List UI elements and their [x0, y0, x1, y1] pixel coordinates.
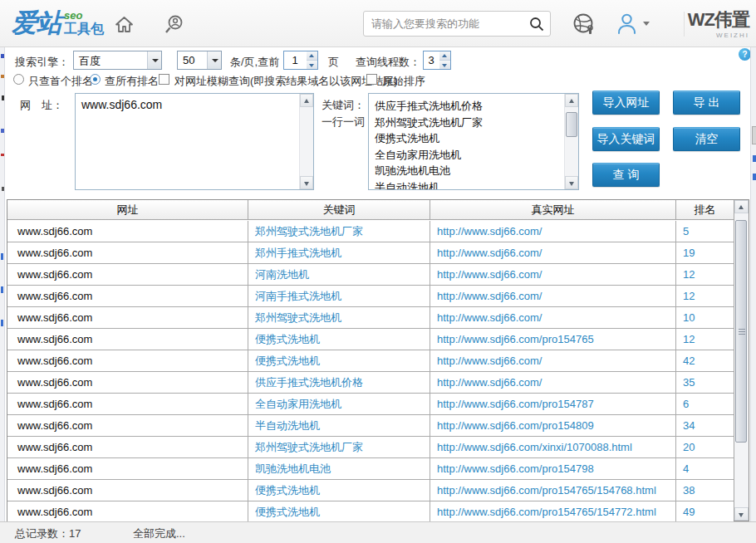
search-engine-value: 百度: [79, 54, 101, 69]
scroll-up-icon[interactable]: [734, 200, 749, 213]
cell-site: www.sdj66.com: [7, 350, 248, 371]
clear-button[interactable]: 清空: [673, 127, 740, 151]
weizhi-logo: WZ伟置 WEIZHI: [688, 10, 749, 42]
cell-site: www.sdj66.com: [7, 437, 248, 457]
table-row[interactable]: www.sdj66.com凯驰洗地机电池http://www.sdj66.com…: [7, 458, 734, 480]
export-button[interactable]: 导 出: [673, 90, 740, 115]
chevron-down-icon[interactable]: [147, 51, 161, 69]
cell-keyword: 河南洗地机: [248, 264, 430, 285]
edge-artifact: [1, 129, 4, 133]
keywords-textarea[interactable]: [369, 94, 564, 189]
network-tools-icon[interactable]: [572, 12, 596, 39]
user-account-icon[interactable]: [616, 12, 637, 37]
per-page-value: 50: [183, 54, 194, 66]
search-engine-select[interactable]: 百度: [73, 51, 162, 70]
cell-url[interactable]: http://www.sdj66.com/: [430, 264, 676, 285]
function-search-input[interactable]: [371, 12, 525, 36]
table-row[interactable]: www.sdj66.com郑州驾驶式洗地机厂家http://www.sdj66.…: [7, 221, 734, 242]
cell-url[interactable]: http://www.sdj66.com/pro154765/154768.ht…: [430, 480, 676, 501]
edge-artifact: [753, 174, 756, 180]
table-row[interactable]: www.sdj66.com便携式洗地机http://www.sdj66.com/…: [7, 350, 734, 372]
cell-rank: 5: [676, 221, 734, 242]
search-icon[interactable]: [529, 17, 544, 34]
cell-keyword: 供应手推式洗地机价格: [248, 372, 430, 393]
cell-keyword: 全自动家用洗地机: [248, 394, 430, 414]
column-header-rank[interactable]: 排名: [676, 200, 734, 219]
scrollbar-thumb[interactable]: [566, 112, 577, 137]
original-order-label[interactable]: 原始排序: [382, 74, 425, 89]
cell-url[interactable]: http://www.sdj66.com/pro154765/154772.ht…: [430, 501, 676, 522]
cell-url[interactable]: http://www.sdj66.com/pro154798: [430, 458, 676, 479]
left-screen-edge: [0, 47, 5, 521]
pages-stepper[interactable]: 1: [283, 51, 318, 70]
edge-artifact: [1, 154, 4, 156]
scroll-down-icon[interactable]: [300, 176, 313, 189]
status-message: 全部完成...: [133, 526, 185, 541]
scroll-down-icon[interactable]: [734, 507, 749, 521]
table-body: www.sdj66.com郑州驾驶式洗地机厂家http://www.sdj66.…: [7, 221, 734, 523]
total-records-label: 总记录数：17: [15, 526, 81, 541]
table-row[interactable]: www.sdj66.com郑州驾驶式洗地机http://www.sdj66.co…: [7, 307, 734, 329]
table-row[interactable]: www.sdj66.com全自动家用洗地机http://www.sdj66.co…: [7, 394, 734, 415]
scroll-up-icon[interactable]: [300, 94, 313, 107]
cell-url[interactable]: http://www.sdj66.com/: [430, 350, 676, 371]
keywords-textarea-scrollbar[interactable]: [564, 94, 578, 189]
table-row[interactable]: www.sdj66.com河南手推式洗地机http://www.sdj66.co…: [7, 286, 734, 307]
fuzzy-query-label[interactable]: 对网址模糊查询(即搜索结果域名以该网址结尾): [174, 74, 398, 89]
table-row[interactable]: www.sdj66.com便携式洗地机http://www.sdj66.com/…: [7, 501, 734, 523]
url-textarea-scrollbar[interactable]: [299, 94, 313, 189]
column-header-site[interactable]: 网址: [7, 200, 248, 219]
scroll-up-icon[interactable]: [565, 94, 578, 107]
cell-url[interactable]: http://www.sdj66.com/: [430, 286, 676, 306]
cell-rank: 49: [676, 501, 734, 522]
table-header-row: 网址 关键词 真实网址 排名: [7, 200, 734, 220]
table-scrollbar[interactable]: [734, 200, 749, 521]
spinner-down-icon[interactable]: [307, 61, 317, 70]
table-row[interactable]: www.sdj66.com河南洗地机http://www.sdj66.com/1…: [7, 264, 734, 286]
original-order-checkbox[interactable]: [366, 74, 377, 85]
table-row[interactable]: www.sdj66.com郑州驾驶式洗地机厂家http://www.sdj66.…: [7, 437, 734, 458]
radio-first-rank-only[interactable]: [13, 74, 24, 85]
edge-artifact: [1, 286, 3, 293]
threads-stepper[interactable]: 3: [423, 51, 451, 70]
table-row[interactable]: www.sdj66.com便携式洗地机http://www.sdj66.com/…: [7, 480, 734, 501]
scroll-down-icon[interactable]: [565, 176, 578, 189]
radio-all-ranks[interactable]: [90, 74, 101, 85]
table-row[interactable]: www.sdj66.com供应手推式洗地机价格http://www.sdj66.…: [7, 372, 734, 394]
account-menu-caret-icon[interactable]: [643, 22, 650, 26]
table-row[interactable]: www.sdj66.com半自动洗地机http://www.sdj66.com/…: [7, 415, 734, 437]
status-bar: 总记录数：17 全部完成...: [0, 521, 756, 543]
table-row[interactable]: www.sdj66.com便携式洗地机http://www.sdj66.com/…: [7, 329, 734, 350]
url-textarea[interactable]: [76, 94, 299, 189]
column-header-keyword[interactable]: 关键词: [248, 200, 430, 219]
edge-artifact: [752, 126, 756, 144]
cell-keyword: 便携式洗地机: [248, 480, 430, 501]
import-url-button[interactable]: 导入网址: [592, 90, 660, 115]
cell-url[interactable]: http://www.sdj66.com/xinxi/1070088.html: [430, 437, 676, 457]
user-search-icon[interactable]: [163, 14, 184, 38]
help-icon[interactable]: ?: [739, 48, 751, 61]
home-icon[interactable]: [115, 16, 134, 36]
cell-url[interactable]: http://www.sdj66.com/pro154787: [430, 394, 676, 414]
import-keywords-button[interactable]: 导入关键词: [592, 127, 660, 151]
cell-url[interactable]: http://www.sdj66.com/: [430, 372, 676, 393]
query-button[interactable]: 查 询: [592, 163, 660, 187]
column-header-realurl[interactable]: 真实网址: [430, 200, 676, 219]
cell-url[interactable]: http://www.sdj66.com/pro154765: [430, 329, 676, 350]
cell-url[interactable]: http://www.sdj66.com/: [430, 307, 676, 328]
chevron-down-icon[interactable]: [207, 51, 221, 69]
cell-url[interactable]: http://www.sdj66.com/: [430, 242, 676, 263]
per-page-select[interactable]: 50: [177, 51, 222, 70]
radio-all-ranks-label[interactable]: 查所有排名: [105, 74, 159, 89]
spinner-up-icon[interactable]: [307, 51, 317, 61]
spinner-down-icon[interactable]: [439, 61, 450, 70]
cell-rank: 34: [676, 415, 734, 436]
fuzzy-query-checkbox[interactable]: [159, 74, 169, 85]
table-row[interactable]: www.sdj66.com郑州手推式洗地机http://www.sdj66.co…: [7, 242, 734, 264]
spinner-up-icon[interactable]: [439, 51, 450, 61]
radio-first-rank-only-label[interactable]: 只查首个排名: [28, 74, 93, 89]
cell-url[interactable]: http://www.sdj66.com/pro154809: [430, 415, 676, 436]
keywords-label-line2: 一行一词: [322, 115, 365, 130]
cell-url[interactable]: http://www.sdj66.com/: [430, 221, 676, 242]
scrollbar-thumb[interactable]: [735, 220, 747, 443]
